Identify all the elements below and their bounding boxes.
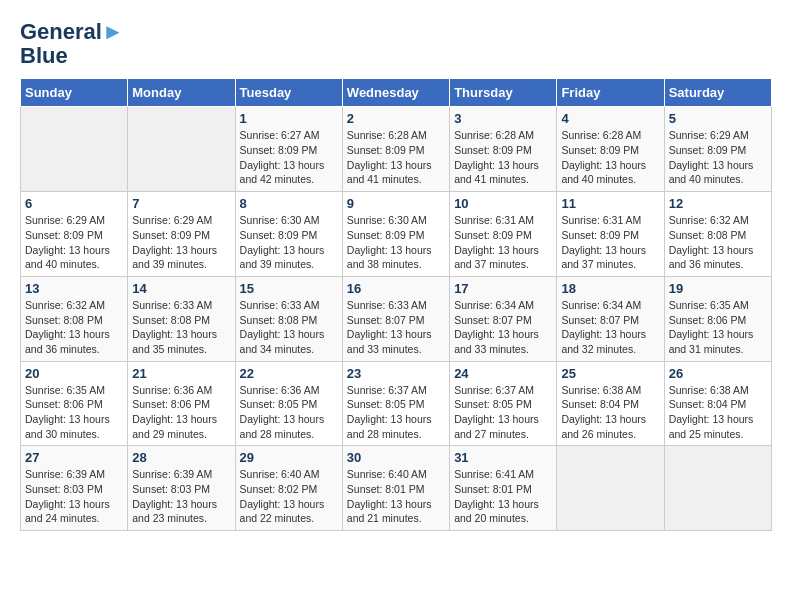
day-number: 17 — [454, 281, 552, 296]
day-number: 19 — [669, 281, 767, 296]
weekday-header-cell: Saturday — [664, 79, 771, 107]
day-number: 11 — [561, 196, 659, 211]
day-info: Sunrise: 6:29 AM Sunset: 8:09 PM Dayligh… — [25, 214, 110, 270]
day-info: Sunrise: 6:29 AM Sunset: 8:09 PM Dayligh… — [669, 129, 754, 185]
calendar-day-cell: 8 Sunrise: 6:30 AM Sunset: 8:09 PM Dayli… — [235, 192, 342, 277]
day-number: 13 — [25, 281, 123, 296]
day-number: 3 — [454, 111, 552, 126]
day-info: Sunrise: 6:28 AM Sunset: 8:09 PM Dayligh… — [454, 129, 539, 185]
calendar-table: SundayMondayTuesdayWednesdayThursdayFrid… — [20, 78, 772, 531]
calendar-day-cell: 31 Sunrise: 6:41 AM Sunset: 8:01 PM Dayl… — [450, 446, 557, 531]
calendar-week-row: 6 Sunrise: 6:29 AM Sunset: 8:09 PM Dayli… — [21, 192, 772, 277]
day-info: Sunrise: 6:33 AM Sunset: 8:08 PM Dayligh… — [240, 299, 325, 355]
calendar-day-cell: 5 Sunrise: 6:29 AM Sunset: 8:09 PM Dayli… — [664, 107, 771, 192]
day-number: 28 — [132, 450, 230, 465]
weekday-header-cell: Wednesday — [342, 79, 449, 107]
day-number: 16 — [347, 281, 445, 296]
day-number: 30 — [347, 450, 445, 465]
calendar-day-cell: 18 Sunrise: 6:34 AM Sunset: 8:07 PM Dayl… — [557, 276, 664, 361]
calendar-day-cell: 16 Sunrise: 6:33 AM Sunset: 8:07 PM Dayl… — [342, 276, 449, 361]
calendar-day-cell: 29 Sunrise: 6:40 AM Sunset: 8:02 PM Dayl… — [235, 446, 342, 531]
day-number: 2 — [347, 111, 445, 126]
day-info: Sunrise: 6:38 AM Sunset: 8:04 PM Dayligh… — [669, 384, 754, 440]
calendar-day-cell: 25 Sunrise: 6:38 AM Sunset: 8:04 PM Dayl… — [557, 361, 664, 446]
day-info: Sunrise: 6:31 AM Sunset: 8:09 PM Dayligh… — [561, 214, 646, 270]
weekday-header-cell: Friday — [557, 79, 664, 107]
calendar-day-cell: 12 Sunrise: 6:32 AM Sunset: 8:08 PM Dayl… — [664, 192, 771, 277]
day-info: Sunrise: 6:36 AM Sunset: 8:05 PM Dayligh… — [240, 384, 325, 440]
day-info: Sunrise: 6:27 AM Sunset: 8:09 PM Dayligh… — [240, 129, 325, 185]
day-info: Sunrise: 6:41 AM Sunset: 8:01 PM Dayligh… — [454, 468, 539, 524]
weekday-header-cell: Tuesday — [235, 79, 342, 107]
day-info: Sunrise: 6:28 AM Sunset: 8:09 PM Dayligh… — [561, 129, 646, 185]
day-info: Sunrise: 6:37 AM Sunset: 8:05 PM Dayligh… — [454, 384, 539, 440]
calendar-body: 1 Sunrise: 6:27 AM Sunset: 8:09 PM Dayli… — [21, 107, 772, 531]
day-info: Sunrise: 6:38 AM Sunset: 8:04 PM Dayligh… — [561, 384, 646, 440]
day-number: 1 — [240, 111, 338, 126]
day-info: Sunrise: 6:39 AM Sunset: 8:03 PM Dayligh… — [132, 468, 217, 524]
day-info: Sunrise: 6:35 AM Sunset: 8:06 PM Dayligh… — [669, 299, 754, 355]
day-info: Sunrise: 6:29 AM Sunset: 8:09 PM Dayligh… — [132, 214, 217, 270]
day-info: Sunrise: 6:30 AM Sunset: 8:09 PM Dayligh… — [240, 214, 325, 270]
calendar-day-cell — [128, 107, 235, 192]
day-number: 27 — [25, 450, 123, 465]
calendar-week-row: 1 Sunrise: 6:27 AM Sunset: 8:09 PM Dayli… — [21, 107, 772, 192]
calendar-day-cell — [21, 107, 128, 192]
day-number: 21 — [132, 366, 230, 381]
day-info: Sunrise: 6:34 AM Sunset: 8:07 PM Dayligh… — [561, 299, 646, 355]
day-info: Sunrise: 6:39 AM Sunset: 8:03 PM Dayligh… — [25, 468, 110, 524]
calendar-day-cell: 30 Sunrise: 6:40 AM Sunset: 8:01 PM Dayl… — [342, 446, 449, 531]
day-number: 20 — [25, 366, 123, 381]
calendar-day-cell: 20 Sunrise: 6:35 AM Sunset: 8:06 PM Dayl… — [21, 361, 128, 446]
day-number: 25 — [561, 366, 659, 381]
calendar-week-row: 27 Sunrise: 6:39 AM Sunset: 8:03 PM Dayl… — [21, 446, 772, 531]
day-info: Sunrise: 6:31 AM Sunset: 8:09 PM Dayligh… — [454, 214, 539, 270]
calendar-day-cell — [664, 446, 771, 531]
calendar-day-cell: 4 Sunrise: 6:28 AM Sunset: 8:09 PM Dayli… — [557, 107, 664, 192]
day-info: Sunrise: 6:36 AM Sunset: 8:06 PM Dayligh… — [132, 384, 217, 440]
calendar-day-cell: 9 Sunrise: 6:30 AM Sunset: 8:09 PM Dayli… — [342, 192, 449, 277]
weekday-header-cell: Monday — [128, 79, 235, 107]
weekday-header-row: SundayMondayTuesdayWednesdayThursdayFrid… — [21, 79, 772, 107]
day-number: 29 — [240, 450, 338, 465]
day-number: 18 — [561, 281, 659, 296]
day-number: 10 — [454, 196, 552, 211]
day-number: 24 — [454, 366, 552, 381]
day-number: 12 — [669, 196, 767, 211]
day-info: Sunrise: 6:34 AM Sunset: 8:07 PM Dayligh… — [454, 299, 539, 355]
day-number: 31 — [454, 450, 552, 465]
day-number: 26 — [669, 366, 767, 381]
calendar-day-cell: 14 Sunrise: 6:33 AM Sunset: 8:08 PM Dayl… — [128, 276, 235, 361]
calendar-day-cell: 10 Sunrise: 6:31 AM Sunset: 8:09 PM Dayl… — [450, 192, 557, 277]
calendar-day-cell: 22 Sunrise: 6:36 AM Sunset: 8:05 PM Dayl… — [235, 361, 342, 446]
weekday-header-cell: Sunday — [21, 79, 128, 107]
day-number: 6 — [25, 196, 123, 211]
calendar-day-cell: 15 Sunrise: 6:33 AM Sunset: 8:08 PM Dayl… — [235, 276, 342, 361]
calendar-day-cell: 21 Sunrise: 6:36 AM Sunset: 8:06 PM Dayl… — [128, 361, 235, 446]
day-number: 4 — [561, 111, 659, 126]
logo-text: General►Blue — [20, 20, 124, 68]
calendar-day-cell: 28 Sunrise: 6:39 AM Sunset: 8:03 PM Dayl… — [128, 446, 235, 531]
calendar-day-cell: 19 Sunrise: 6:35 AM Sunset: 8:06 PM Dayl… — [664, 276, 771, 361]
calendar-week-row: 13 Sunrise: 6:32 AM Sunset: 8:08 PM Dayl… — [21, 276, 772, 361]
calendar-day-cell: 26 Sunrise: 6:38 AM Sunset: 8:04 PM Dayl… — [664, 361, 771, 446]
day-number: 5 — [669, 111, 767, 126]
calendar-day-cell: 27 Sunrise: 6:39 AM Sunset: 8:03 PM Dayl… — [21, 446, 128, 531]
day-info: Sunrise: 6:40 AM Sunset: 8:02 PM Dayligh… — [240, 468, 325, 524]
calendar-day-cell: 1 Sunrise: 6:27 AM Sunset: 8:09 PM Dayli… — [235, 107, 342, 192]
day-info: Sunrise: 6:37 AM Sunset: 8:05 PM Dayligh… — [347, 384, 432, 440]
day-info: Sunrise: 6:40 AM Sunset: 8:01 PM Dayligh… — [347, 468, 432, 524]
day-info: Sunrise: 6:33 AM Sunset: 8:08 PM Dayligh… — [132, 299, 217, 355]
day-info: Sunrise: 6:30 AM Sunset: 8:09 PM Dayligh… — [347, 214, 432, 270]
day-info: Sunrise: 6:32 AM Sunset: 8:08 PM Dayligh… — [669, 214, 754, 270]
calendar-day-cell: 11 Sunrise: 6:31 AM Sunset: 8:09 PM Dayl… — [557, 192, 664, 277]
calendar-day-cell: 2 Sunrise: 6:28 AM Sunset: 8:09 PM Dayli… — [342, 107, 449, 192]
logo: General►Blue — [20, 20, 124, 68]
calendar-day-cell: 6 Sunrise: 6:29 AM Sunset: 8:09 PM Dayli… — [21, 192, 128, 277]
day-number: 8 — [240, 196, 338, 211]
day-number: 15 — [240, 281, 338, 296]
calendar-day-cell: 13 Sunrise: 6:32 AM Sunset: 8:08 PM Dayl… — [21, 276, 128, 361]
calendar-week-row: 20 Sunrise: 6:35 AM Sunset: 8:06 PM Dayl… — [21, 361, 772, 446]
weekday-header-cell: Thursday — [450, 79, 557, 107]
day-number: 14 — [132, 281, 230, 296]
